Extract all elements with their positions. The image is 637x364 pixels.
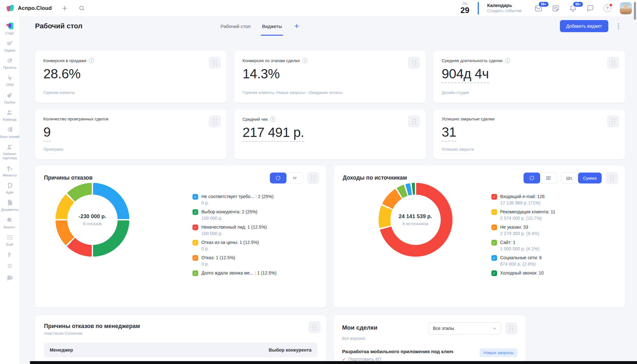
deal-title[interactable]: Разработка мобильного приложения под клю… — [342, 348, 453, 355]
info-icon[interactable] — [89, 58, 94, 63]
kpi-title: Конверсия по этапам сделки — [242, 58, 300, 63]
checkbox-icon[interactable] — [192, 194, 198, 200]
start-icon: ♥ — [6, 22, 14, 30]
checkbox-icon[interactable] — [491, 240, 497, 246]
chevron-down-icon — [492, 326, 497, 331]
sidebar-item-agile[interactable]: Agile — [0, 182, 21, 195]
drag-handle-icon[interactable] — [308, 321, 321, 333]
donut-view-icon[interactable] — [524, 173, 540, 183]
view-toggle — [523, 172, 557, 184]
drag-handle-icon[interactable] — [408, 115, 420, 127]
tab-widgets[interactable]: Виджеты — [262, 17, 282, 36]
help-icon[interactable] — [603, 4, 612, 13]
kpi-value: 28.6% — [43, 66, 218, 82]
sidebar-item-business-processes[interactable]: Бизнес- — [0, 216, 21, 229]
sidebar-item-documents[interactable]: Документы — [0, 199, 21, 212]
chat-icon[interactable] — [585, 4, 595, 13]
sidebar-item-partner-cabinet[interactable]: Кабинет партнера — [0, 143, 21, 160]
add-icon[interactable] — [60, 4, 69, 13]
checkbox-icon[interactable] — [491, 270, 497, 276]
notifications-icon[interactable]: 99+ — [568, 4, 578, 13]
tab-desktop[interactable]: Рабочий стол — [221, 17, 250, 36]
checkbox-icon[interactable] — [192, 270, 198, 276]
widget-title: Мои сделки — [342, 324, 378, 331]
checkbox-icon[interactable] — [491, 255, 497, 261]
stage-filter-select[interactable]: Все этапы — [428, 322, 501, 334]
legend-item[interactable]: Отказ из-за цены: 1 (12.5%)0 р. — [192, 239, 317, 252]
drag-handle-icon[interactable] — [209, 57, 221, 69]
center-label: 8 отказов — [83, 221, 102, 226]
checkbox-icon[interactable] — [491, 194, 497, 200]
sidebar-item-knowledge-base[interactable]: База знаний — [0, 126, 21, 139]
sidebar-item-support-chat[interactable] — [0, 274, 21, 282]
view-toggle — [270, 172, 303, 184]
sidebar-item-team[interactable]: Команда — [0, 109, 21, 122]
income-donut-chart[interactable]: 24 141 539 р. 8 источников — [379, 183, 452, 257]
brand[interactable]: Аспро.Cloud — [6, 4, 52, 13]
calendar-block[interactable]: Календарь Создать событие — [487, 3, 522, 14]
notes-icon[interactable] — [551, 4, 561, 13]
legend-item[interactable]: Некачественный лид: 1 (12.5%)100 000 р. — [192, 224, 317, 237]
legend-item[interactable]: Сайт: 11 000 000 р. (4.1%) — [491, 239, 616, 252]
sidebar-item-settings[interactable]: ⚙ — [0, 262, 21, 270]
legend-item[interactable]: Входящий e-mail: 12617 138 989 р. (71%) — [491, 194, 616, 206]
sidebar-item-more[interactable]: Ещё — [0, 233, 21, 246]
create-event-link[interactable]: Создать событие — [487, 8, 522, 14]
checkbox-icon[interactable] — [491, 209, 497, 215]
legend-item[interactable]: Выбор конкурента: 2 (25%)100 000 р. — [192, 209, 317, 221]
list-view-icon[interactable] — [286, 173, 303, 183]
info-icon[interactable] — [270, 117, 275, 122]
legend-item[interactable]: Холодный звонок: 10 — [491, 270, 616, 280]
sidebar-item-groups[interactable]: Группы — [0, 91, 21, 104]
donut-view-icon[interactable] — [270, 173, 286, 183]
donut-center: -230 000 р. 8 отказов — [55, 183, 129, 257]
checkbox-icon[interactable] — [192, 225, 198, 230]
drag-handle-icon[interactable] — [307, 172, 319, 184]
kpi-title: Количество проигранных сделок — [43, 117, 108, 121]
legend-item[interactable]: Долго ждали звонка ме... : 1 (12.5%) — [192, 270, 317, 280]
kpi-subtitle: Горячие клиенты — [43, 90, 218, 95]
kebab-menu-icon[interactable] — [618, 25, 619, 27]
avatar[interactable] — [620, 2, 632, 14]
drag-handle-icon[interactable] — [607, 115, 619, 127]
legend-item[interactable]: Не указан: 332 279 350 р. (9.4%) — [491, 224, 616, 237]
deal-stage-badge[interactable]: Новые запросы — [480, 348, 517, 357]
p-ring-icon — [6, 251, 14, 258]
center-label: 8 источников — [402, 221, 429, 226]
drag-handle-icon[interactable] — [209, 115, 221, 127]
sidebar-item-finance[interactable]: Финансы — [0, 164, 21, 177]
scrollbar[interactable] — [634, 2, 636, 20]
add-widget-button[interactable]: Добавить виджет — [560, 20, 608, 32]
drag-handle-icon[interactable] — [505, 322, 518, 334]
drag-handle-icon[interactable] — [606, 172, 618, 184]
income-legend: Входящий e-mail: 12617 138 989 р. (71%) … — [491, 194, 616, 282]
table-view-icon[interactable] — [540, 173, 557, 183]
mail-icon[interactable]: 99+ — [534, 4, 543, 13]
sidebar-item-start[interactable]: ♥ Старт — [0, 22, 21, 35]
sidebar-item-projects[interactable]: Проекты — [0, 57, 21, 70]
legend-item[interactable]: Социальные сети: 6674 000 р. (2.8%) — [491, 255, 616, 267]
kpi-title: Средняя длительность сделки — [442, 58, 503, 63]
checkbox-icon[interactable] — [192, 240, 198, 246]
add-tab-icon[interactable] — [293, 23, 300, 29]
sidebar-item-planfix[interactable] — [0, 251, 21, 258]
legend-item[interactable]: Рекомендация клиента: 112 574 000 р. (10… — [491, 209, 616, 221]
checkbox-icon[interactable] — [192, 255, 198, 261]
legend-item[interactable]: Отказ: 1 (12.5%)0 р. — [192, 255, 317, 267]
center-value: -230 000 р. — [79, 213, 106, 220]
more-grid-icon — [6, 233, 14, 241]
toggle-sum[interactable]: Сумма — [578, 173, 602, 183]
toggle-qty[interactable]: Шт. — [561, 173, 578, 183]
info-icon[interactable] — [505, 58, 510, 63]
refusals-donut-chart[interactable]: -230 000 р. 8 отказов — [55, 183, 129, 257]
drag-handle-icon[interactable] — [408, 57, 420, 69]
sidebar-item-tasks[interactable]: Задачи — [0, 39, 21, 53]
legend-item[interactable]: Не соответствует требо... : 2 (25%)0 р. — [192, 194, 317, 206]
search-icon[interactable] — [77, 4, 86, 13]
drag-handle-icon[interactable] — [607, 57, 619, 69]
sidebar-item-crm[interactable]: CRM — [0, 74, 21, 87]
checkbox-icon[interactable] — [192, 209, 198, 215]
calendar-date[interactable]: Пн 29 — [460, 2, 469, 14]
info-icon[interactable] — [302, 58, 308, 63]
checkbox-icon[interactable] — [491, 225, 497, 230]
